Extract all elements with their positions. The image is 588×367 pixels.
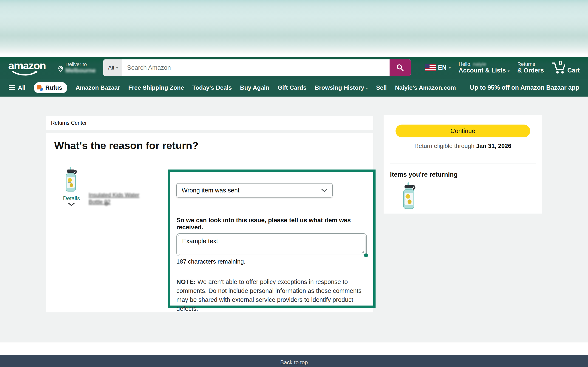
chevron-down-icon: ▾ (366, 86, 368, 91)
back-to-top-label: Back to top (280, 359, 308, 366)
return-reason-select[interactable]: Wrong item was sent (176, 183, 333, 198)
hero-banner (0, 0, 588, 57)
divider (390, 164, 536, 164)
account-lists-label: Account & Lists (459, 67, 506, 74)
nav-item-buy-again[interactable]: Buy Again (240, 84, 269, 91)
page-title: What's the reason for return? (54, 140, 199, 152)
product-image[interactable] (60, 167, 82, 192)
us-flag-icon (425, 64, 436, 71)
nav-item-amazon-bazaar[interactable]: Amazon Bazaar (76, 84, 120, 91)
breadcrumb[interactable]: Returns Center (51, 120, 87, 126)
returns-orders-menu[interactable]: Returns & Orders (517, 61, 544, 74)
cart-button[interactable]: 0 Cart (552, 61, 580, 74)
chevron-down-icon (321, 189, 327, 192)
resize-grip-icon[interactable] (361, 250, 364, 254)
language-label: EN (438, 64, 447, 71)
return-eligible-text: Return eligible through Jan 31, 2026 (384, 142, 542, 150)
amazon-logo[interactable]: amazon (8, 60, 48, 76)
rufus-icon (37, 84, 43, 91)
return-summary-card: Continue Return eligible through Jan 31,… (384, 115, 542, 214)
site-header: amazon Deliver to Melbourne All ▾ (0, 57, 588, 79)
cart-label: Cart (567, 67, 580, 74)
return-reason-card: What's the reason for return? Details In… (46, 133, 373, 312)
returns-label: Returns (517, 61, 544, 67)
deliver-to-location: Melbourne (65, 67, 95, 74)
search-button[interactable] (389, 59, 411, 76)
details-expand-chevron[interactable] (54, 202, 89, 207)
product-quantity: 0 (105, 201, 108, 207)
location-pin-icon (57, 65, 64, 73)
cart-count-badge: 0 (559, 59, 562, 67)
breadcrumb-card: Returns Center (46, 116, 373, 130)
nav-all-label: All (18, 84, 26, 91)
page-background: Returns Center What's the reason for ret… (0, 97, 588, 342)
resize-handle-dot[interactable] (364, 253, 368, 257)
deliver-to-label: Deliver to (65, 62, 95, 67)
items-returning-heading: Items you're returning (390, 171, 458, 178)
comment-textarea[interactable]: Example text (178, 235, 365, 255)
orders-label: & Orders (517, 67, 544, 74)
back-to-top-bar[interactable]: Back to top (0, 355, 588, 367)
nav-item-sell[interactable]: Sell (376, 84, 387, 91)
nav-item-todays-deals[interactable]: Today's Deals (192, 84, 232, 91)
all-menu-button[interactable]: All (9, 84, 26, 91)
search-category-label: All (108, 65, 114, 71)
amazon-smile-icon (11, 71, 39, 76)
nav-item-browsing-history[interactable]: Browsing History ▾ (315, 84, 368, 91)
account-lists-menu[interactable]: Hello, naiyie Account & Lists ▾ (459, 61, 510, 74)
note-label: NOTE: (176, 278, 196, 285)
deliver-to[interactable]: Deliver to Melbourne (57, 62, 95, 74)
search-input[interactable] (122, 59, 389, 76)
product-title[interactable]: Insulated Kids Water Bottle 02 (89, 192, 151, 205)
comment-prompt: So we can look into this issue, please t… (176, 217, 367, 231)
reason-highlight-box: Wrong item was sent So we can look into … (168, 169, 376, 308)
nav-item-gift-cards[interactable]: Gift Cards (278, 84, 307, 91)
amazon-logo-text: amazon (8, 60, 48, 71)
return-reason-value: Wrong item was sent (182, 187, 240, 194)
eligible-prefix: Return eligible through (414, 142, 476, 149)
nav-item-naiyies-amazon[interactable]: Naiyie's Amazon.com (395, 84, 456, 91)
hamburger-menu-icon (9, 85, 16, 90)
search-bar: All ▾ (103, 59, 410, 76)
nav-promo-banner[interactable]: Up to 95% off on Amazon Bazaar app (470, 84, 579, 91)
chevron-down-icon: ▾ (449, 65, 451, 70)
search-icon (396, 64, 404, 72)
details-link[interactable]: Details (54, 195, 89, 202)
greeting-username: naiyie (473, 61, 486, 67)
nav-item-free-shipping-zone[interactable]: Free Shipping Zone (128, 84, 184, 91)
nav-rufus-button[interactable]: Rufus (34, 82, 67, 93)
continue-button[interactable]: Continue (396, 125, 530, 137)
characters-remaining: 187 characters remaining. (176, 258, 367, 265)
search-category-dropdown[interactable]: All ▾ (103, 59, 122, 76)
returning-item-image[interactable] (397, 182, 421, 210)
comment-textarea-wrapper: Example text (176, 233, 367, 256)
language-selector[interactable]: EN ▾ (425, 64, 451, 71)
chevron-down-icon (68, 202, 75, 206)
chevron-down-icon: ▾ (116, 65, 118, 70)
eligible-date: Jan 31, 2026 (476, 142, 511, 149)
chevron-down-icon: ▾ (508, 69, 510, 73)
rufus-label: Rufus (45, 84, 62, 91)
note-text: We aren’t able to offer policy exception… (176, 278, 362, 312)
policy-note: NOTE: We aren’t able to offer policy exc… (176, 277, 363, 313)
secondary-nav: All Rufus Amazon Bazaar Free Shipping Zo… (0, 79, 588, 97)
greeting-text: Hello, (459, 61, 472, 67)
